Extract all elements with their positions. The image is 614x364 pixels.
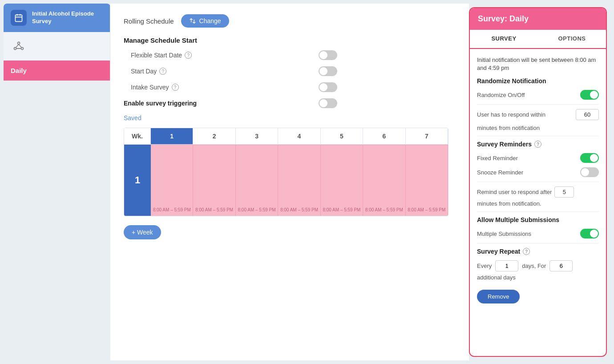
for-value-input[interactable] [549, 260, 573, 271]
sidebar-daily-label: Daily [11, 67, 27, 74]
multiple-submissions-row: Multiple Submissions [477, 229, 599, 239]
svg-point-4 [18, 42, 20, 44]
week-col-1[interactable]: 1 [151, 128, 193, 145]
intake-survey-label: Intake Survey ? [131, 84, 179, 91]
flexible-start-help-icon[interactable]: ? [185, 52, 192, 59]
every-value-input[interactable] [495, 260, 518, 271]
intake-survey-row: Intake Survey ? [124, 82, 337, 92]
schedule-label: Rolling Schedule [124, 17, 174, 25]
grid-body: 1 8:00 AM – 5:59 PM 8:00 AM – 5:59 PM 8:… [124, 145, 448, 216]
multiple-submissions-toggle[interactable] [580, 229, 599, 239]
days-for-label: days, For [522, 263, 546, 269]
respond-within-row: User has to respond within [477, 109, 599, 120]
network-icon [11, 38, 27, 54]
sidebar-item-survey[interactable]: Initial Alcohol Episode Survey [4, 4, 110, 32]
add-week-button[interactable]: + Week [124, 225, 161, 239]
info-text: Initial notification will be sent betwee… [477, 56, 599, 72]
allow-multiple-title: Allow Multiple Submissions [477, 216, 599, 223]
enable-triggering-toggle[interactable] [319, 98, 337, 108]
additional-days-label: additional days [477, 274, 599, 281]
week-col-5[interactable]: 5 [321, 128, 363, 145]
tab-survey[interactable]: SURVEY [470, 30, 538, 48]
schedule-row: Rolling Schedule Change [124, 14, 456, 28]
tab-options[interactable]: OPTIONS [538, 30, 606, 48]
manage-section-title: Manage Schedule Start [124, 36, 456, 44]
time-label-2: 8:00 AM – 5:59 PM [195, 207, 233, 212]
randomize-label: Randomize On/Off [477, 92, 525, 98]
svg-line-8 [19, 44, 22, 48]
fixed-reminder-toggle[interactable] [580, 153, 599, 163]
flexible-start-label: Flexible Start Date ? [131, 52, 192, 59]
snooze-reminder-toggle[interactable] [580, 167, 599, 177]
multiple-submissions-label: Multiple Submissions [477, 231, 531, 237]
right-panel-title: Survey: Daily [478, 14, 529, 23]
right-panel: Survey: Daily SURVEY OPTIONS Initial not… [469, 7, 607, 357]
svg-point-5 [14, 48, 16, 50]
survey-reminders-title: Survey Reminders ? [477, 141, 599, 148]
respond-within-label: User has to respond within [477, 111, 545, 118]
sidebar-item-daily[interactable]: Daily [4, 61, 110, 81]
survey-reminders-help-icon[interactable]: ? [534, 141, 541, 148]
snooze-reminder-label: Snooze Reminder [477, 169, 523, 176]
enable-triggering-row: Enable survey triggering [124, 98, 337, 108]
fixed-reminder-row: Fixed Reminder [477, 153, 599, 163]
respond-within-input[interactable] [576, 109, 599, 120]
flexible-start-toggle[interactable] [319, 50, 337, 60]
minutes-from-notification: minutes from notification [477, 125, 599, 131]
snooze-reminder-row: Snooze Reminder [477, 167, 599, 177]
remind-user-row: Remind user to respond after [477, 186, 599, 198]
grid-cell-1-4[interactable]: 8:00 AM – 5:59 PM [278, 145, 320, 216]
svg-point-6 [21, 48, 24, 50]
minutes-from-label: minutes from notification. [477, 200, 599, 207]
svg-rect-0 [16, 15, 22, 21]
week-col-7[interactable]: 7 [406, 128, 448, 145]
intake-survey-toggle[interactable] [319, 82, 337, 92]
start-day-help-icon[interactable]: ? [159, 68, 166, 75]
schedule-grid: Wk. 1 2 3 4 5 6 7 1 8:00 AM – 5:59 PM 8:… [124, 128, 448, 216]
time-label-4: 8:00 AM – 5:59 PM [280, 207, 318, 212]
grid-cell-1-3[interactable]: 8:00 AM – 5:59 PM [236, 145, 278, 216]
saved-link[interactable]: Saved [124, 114, 456, 121]
randomize-section-title: Randomize Notification [477, 77, 599, 85]
week-header-cell: Wk. [124, 128, 151, 145]
survey-repeat-title: Survey Repeat ? [477, 248, 599, 255]
grid-cell-1-2[interactable]: 8:00 AM – 5:59 PM [193, 145, 235, 216]
time-label-7: 8:00 AM – 5:59 PM [408, 207, 445, 212]
flexible-start-row: Flexible Start Date ? [124, 50, 337, 60]
right-panel-tabs: SURVEY OPTIONS [470, 30, 606, 49]
start-day-label: Start Day ? [131, 68, 166, 75]
row-number: 1 [124, 145, 151, 216]
grid-cell-1-6[interactable]: 8:00 AM – 5:59 PM [363, 145, 405, 216]
time-label-3: 8:00 AM – 5:59 PM [238, 207, 276, 212]
randomize-toggle[interactable] [580, 90, 599, 100]
fixed-reminder-label: Fixed Reminder [477, 155, 518, 162]
randomize-toggle-row: Randomize On/Off [477, 90, 599, 100]
time-label-1: 8:00 AM – 5:59 PM [153, 207, 191, 212]
every-row: Every days, For [477, 260, 599, 271]
week-col-2[interactable]: 2 [193, 128, 235, 145]
grid-cell-1-1[interactable]: 8:00 AM – 5:59 PM [151, 145, 193, 216]
remind-user-label: Remind user to respond after [477, 189, 552, 195]
time-label-6: 8:00 AM – 5:59 PM [365, 207, 403, 212]
main-content: Rolling Schedule Change Manage Schedule … [110, 4, 469, 360]
remove-button[interactable]: Remove [477, 290, 520, 303]
start-day-row: Start Day ? [124, 66, 337, 76]
week-col-3[interactable]: 3 [236, 128, 278, 145]
manage-section: Manage Schedule Start Flexible Start Dat… [124, 36, 456, 92]
every-label: Every [477, 263, 492, 269]
change-button[interactable]: Change [181, 14, 229, 28]
remind-after-input[interactable] [554, 186, 574, 198]
right-panel-header: Survey: Daily [470, 8, 606, 30]
survey-repeat-help-icon[interactable]: ? [523, 248, 530, 255]
change-button-label: Change [199, 17, 221, 24]
sidebar-survey-title: Initial Alcohol Episode Survey [32, 10, 103, 25]
sidebar-item-network[interactable] [4, 32, 110, 61]
calendar-icon [11, 10, 27, 26]
time-label-5: 8:00 AM – 5:59 PM [323, 207, 360, 212]
intake-survey-help-icon[interactable]: ? [172, 84, 179, 91]
week-col-6[interactable]: 6 [363, 128, 405, 145]
start-day-toggle[interactable] [319, 66, 337, 76]
week-col-4[interactable]: 4 [278, 128, 320, 145]
grid-cell-1-7[interactable]: 8:00 AM – 5:59 PM [406, 145, 448, 216]
grid-cell-1-5[interactable]: 8:00 AM – 5:59 PM [321, 145, 363, 216]
